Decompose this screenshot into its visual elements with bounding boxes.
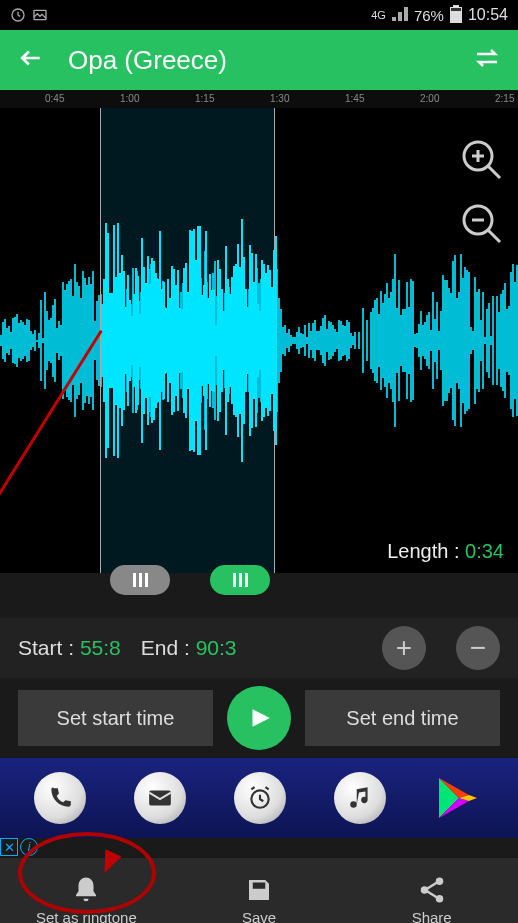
ad-info[interactable]: ✕i xyxy=(0,838,38,856)
end-handle[interactable] xyxy=(210,565,270,595)
zoom-in-button[interactable] xyxy=(460,138,506,188)
signal-icon xyxy=(392,7,408,24)
bell-icon xyxy=(71,875,101,905)
clock-icon xyxy=(10,7,26,23)
set-end-button[interactable]: Set end time xyxy=(305,690,500,746)
share-button[interactable]: Share xyxy=(345,858,518,923)
page-title: Opa (Greece) xyxy=(68,45,450,76)
length-display: Length : 0:34 xyxy=(387,540,504,563)
svg-rect-4 xyxy=(451,8,461,11)
zoom-out-button[interactable] xyxy=(460,202,506,252)
app-header: Opa (Greece) xyxy=(0,30,518,90)
bottom-nav: Set as ringtone Save Share xyxy=(0,858,518,923)
save-button[interactable]: Save xyxy=(173,858,346,923)
ad-banner[interactable]: ✕i xyxy=(0,758,518,838)
set-start-button[interactable]: Set start time xyxy=(18,690,213,746)
start-time-display: Start : 55:8 xyxy=(18,636,121,660)
selection-range[interactable] xyxy=(100,108,275,573)
back-button[interactable] xyxy=(18,45,44,75)
loop-button[interactable] xyxy=(474,47,500,73)
waveform-editor[interactable]: Length : 0:34 xyxy=(0,108,518,573)
share-icon xyxy=(417,875,447,905)
network-label: 4G xyxy=(371,9,386,21)
battery-icon xyxy=(450,5,462,26)
clock-label: 10:54 xyxy=(468,6,508,24)
minus-button[interactable]: − xyxy=(456,626,500,670)
set-ringtone-button[interactable]: Set as ringtone xyxy=(0,858,173,923)
save-icon xyxy=(244,875,274,905)
plus-button[interactable]: + xyxy=(382,626,426,670)
phone-icon xyxy=(34,772,86,824)
end-time-display: End : 90:3 xyxy=(141,636,237,660)
timeline-ruler: 0:45 1:00 1:15 1:30 1:45 2:00 2:15 xyxy=(0,90,518,108)
image-icon xyxy=(32,7,48,23)
start-handle[interactable] xyxy=(110,565,170,595)
controls-row: Set start time Set end time xyxy=(0,678,518,758)
status-bar: 4G 76% 10:54 xyxy=(0,0,518,30)
alarm-icon xyxy=(234,772,286,824)
ad-info-icon: i xyxy=(20,838,38,856)
handle-row xyxy=(0,573,518,608)
time-info-row: Start : 55:8 End : 90:3 + − xyxy=(0,618,518,678)
play-store-icon xyxy=(434,773,484,823)
svg-rect-3 xyxy=(453,5,459,7)
mail-icon xyxy=(134,772,186,824)
play-button[interactable] xyxy=(227,686,291,750)
ad-close-icon: ✕ xyxy=(0,838,18,856)
battery-label: 76% xyxy=(414,7,444,24)
music-icon xyxy=(334,772,386,824)
